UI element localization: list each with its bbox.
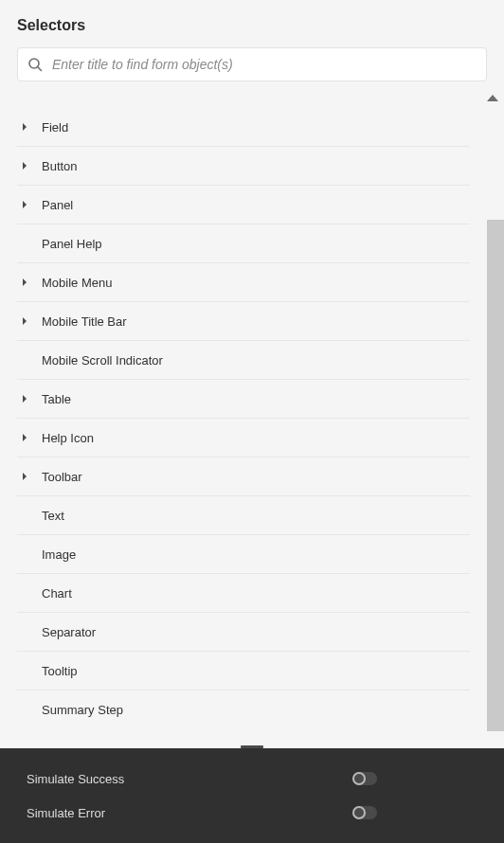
list-item-label: Help Icon: [42, 431, 470, 445]
simulate-success-toggle[interactable]: [352, 772, 377, 785]
list-item-label: Table: [42, 392, 470, 406]
chevron-right-icon: [17, 317, 42, 325]
list-item[interactable]: Mobile Title Bar: [17, 302, 470, 341]
list-item-label: Chart: [17, 586, 470, 601]
search-input[interactable]: [43, 57, 477, 72]
scrollbar-track[interactable]: [487, 108, 504, 748]
list-item[interactable]: Table: [17, 380, 470, 419]
chevron-right-icon: [17, 473, 42, 480]
list-item-label: Button: [42, 159, 470, 173]
page-title: Selectors: [17, 17, 487, 34]
list-item-label: Panel: [42, 198, 470, 212]
drag-handle-icon[interactable]: [241, 745, 263, 748]
list-item[interactable]: Button: [17, 147, 470, 186]
chevron-right-icon: [17, 278, 42, 286]
footer-panel: Simulate Success Simulate Error: [0, 748, 504, 843]
list-item-label: Tooltip: [17, 664, 470, 678]
list-item[interactable]: Mobile Scroll Indicator: [17, 341, 470, 380]
list-item-label: Summary Step: [17, 703, 470, 717]
list-item[interactable]: Text: [17, 496, 470, 535]
scrollbar-thumb[interactable]: [487, 220, 504, 731]
chevron-right-icon: [17, 434, 42, 441]
list-item-label: Mobile Title Bar: [42, 314, 470, 329]
list-item-label: Mobile Menu: [42, 276, 470, 290]
list-item[interactable]: Toolbar: [17, 457, 470, 496]
list-item[interactable]: Panel: [17, 186, 470, 224]
list-item-label: Mobile Scroll Indicator: [17, 353, 470, 368]
selector-list: FieldButtonPanelPanel HelpMobile MenuMob…: [17, 108, 470, 748]
svg-line-1: [38, 67, 42, 71]
list-item[interactable]: Image: [17, 535, 470, 574]
list-item-label: Field: [42, 120, 470, 135]
list-item-label: Image: [17, 547, 470, 562]
list-item[interactable]: Summary Step: [17, 691, 470, 729]
list-item[interactable]: Mobile Menu: [17, 263, 470, 302]
list-item[interactable]: Tooltip: [17, 652, 470, 691]
chevron-right-icon: [17, 395, 42, 403]
list-item[interactable]: Field: [17, 108, 470, 147]
chevron-right-icon: [17, 123, 42, 131]
search-icon: [27, 57, 43, 72]
list-item[interactable]: Help Icon: [17, 419, 470, 457]
chevron-right-icon: [17, 201, 42, 208]
list-item[interactable]: Chart: [17, 574, 470, 613]
list-item-label: Toolbar: [42, 470, 470, 484]
scroll-up-arrow-icon[interactable]: [487, 95, 498, 101]
search-box[interactable]: [17, 47, 487, 81]
list-item-label: Text: [17, 509, 470, 523]
toggle-knob-icon: [352, 806, 366, 819]
simulate-success-label: Simulate Success: [27, 772, 124, 786]
chevron-right-icon: [17, 162, 42, 170]
simulate-error-toggle[interactable]: [352, 806, 377, 819]
list-item-label: Panel Help: [17, 237, 470, 251]
toggle-knob-icon: [352, 772, 366, 785]
list-item[interactable]: Separator: [17, 613, 470, 652]
simulate-error-label: Simulate Error: [27, 806, 105, 820]
list-item[interactable]: Panel Help: [17, 224, 470, 263]
list-item-label: Separator: [17, 625, 470, 639]
